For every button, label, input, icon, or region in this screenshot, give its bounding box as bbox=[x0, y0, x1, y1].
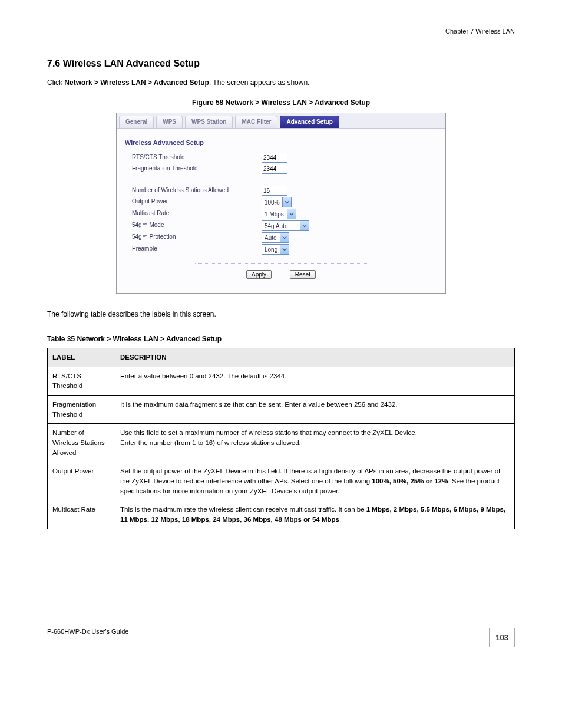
chevron-down-icon bbox=[280, 233, 289, 242]
screenshot-panel: General WPS WPS Station MAC Filter Advan… bbox=[116, 113, 446, 294]
table-row: RTS/CTS Threshold Enter a value between … bbox=[48, 367, 515, 395]
footer-guide: P-660HWP-Dx User's Guide bbox=[47, 628, 128, 635]
select-preamble[interactable]: Long bbox=[262, 244, 289, 255]
chevron-down-icon bbox=[287, 209, 296, 219]
table-row: Fragmentation Threshold It is the maximu… bbox=[48, 396, 515, 424]
section-heading: 7.6 Wireless LAN Advanced Setup bbox=[47, 58, 515, 69]
apply-button[interactable]: Apply bbox=[246, 270, 272, 279]
select-multicast[interactable]: 1 Mbps bbox=[262, 209, 296, 219]
tab-wps-station[interactable]: WPS Station bbox=[185, 116, 233, 128]
label-output-power: Output Power bbox=[132, 197, 262, 207]
tab-bar: General WPS WPS Station MAC Filter Advan… bbox=[117, 113, 445, 129]
th-label: LABEL bbox=[48, 348, 115, 367]
th-desc: DESCRIPTION bbox=[115, 348, 515, 367]
reset-button[interactable]: Reset bbox=[290, 270, 316, 279]
label-rts: RTS/CTS Threshold bbox=[132, 153, 262, 163]
table-row: Output Power Set the output power of the… bbox=[48, 462, 515, 500]
select-54g-protection[interactable]: Auto bbox=[262, 232, 289, 243]
figure-caption: Figure 58 Network > Wireless LAN > Advan… bbox=[47, 98, 515, 107]
input-frag[interactable] bbox=[262, 164, 287, 174]
page-number: 103 bbox=[489, 628, 515, 647]
table-intro: The following table describes the labels… bbox=[47, 309, 515, 319]
tab-wps[interactable]: WPS bbox=[156, 116, 183, 128]
label-multicast: Multicast Rate: bbox=[132, 209, 262, 219]
table-row: Number of Wireless Stations Allowed Use … bbox=[48, 424, 515, 462]
chevron-down-icon bbox=[280, 245, 289, 254]
table-caption: Table 35 Network > Wireless LAN > Advanc… bbox=[47, 335, 515, 343]
tab-general[interactable]: General bbox=[119, 116, 154, 128]
select-54g-mode[interactable]: 54g Auto bbox=[262, 220, 309, 231]
label-preamble: Preamble bbox=[132, 244, 262, 255]
intro-text: Click Network > Wireless LAN > Advanced … bbox=[47, 77, 515, 88]
description-table: LABEL DESCRIPTION RTS/CTS Threshold Ente… bbox=[47, 348, 515, 529]
chevron-down-icon bbox=[300, 221, 309, 230]
table-row: Multicast Rate This is the maximum rate … bbox=[48, 500, 515, 529]
label-54g-mode: 54g™ Mode bbox=[132, 220, 262, 231]
select-output-power[interactable]: 100% bbox=[262, 197, 292, 207]
label-stations: Number of Wireless Stations Allowed bbox=[132, 186, 262, 196]
label-frag: Fragmentation Threshold bbox=[132, 164, 262, 174]
chapter-header: Chapter 7 Wireless LAN bbox=[47, 28, 515, 35]
chevron-down-icon bbox=[282, 197, 291, 207]
input-rts[interactable] bbox=[262, 153, 287, 163]
label-54g-protection: 54g™ Protection bbox=[132, 232, 262, 243]
tab-advanced-setup[interactable]: Advanced Setup bbox=[280, 116, 339, 128]
input-stations[interactable] bbox=[262, 186, 287, 196]
panel-title: Wireless Advanced Setup bbox=[125, 134, 437, 152]
tab-mac-filter[interactable]: MAC Filter bbox=[235, 116, 277, 128]
